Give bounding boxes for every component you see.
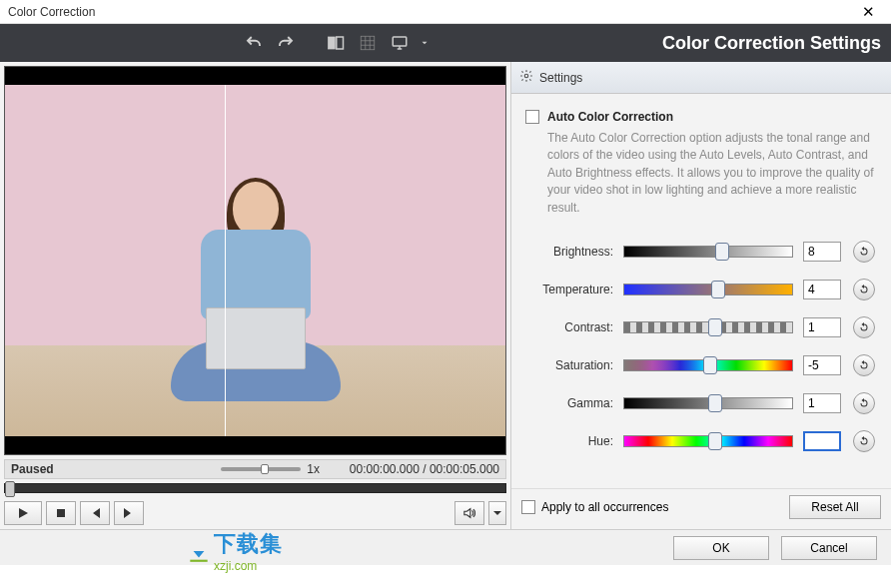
auto-color-correction-label: Auto Color Correction (547, 110, 673, 124)
speed-value: 1x (307, 462, 320, 476)
hue-value[interactable] (803, 431, 841, 451)
contrast-label: Contrast: (525, 320, 613, 334)
preview-statusbar: Paused 1x 00:00:00.000 / 00:00:05.000 (4, 459, 506, 479)
gamma-value[interactable] (803, 393, 841, 413)
brightness-value[interactable] (803, 242, 841, 262)
ok-button[interactable]: OK (673, 536, 769, 560)
redo-button[interactable] (274, 31, 298, 55)
brightness-reset-button[interactable] (853, 241, 875, 263)
volume-dropdown-button[interactable] (488, 501, 506, 525)
dialog-footer: OK Cancel (0, 529, 891, 565)
titlebar: Color Correction ✕ (0, 0, 891, 24)
undo-button[interactable] (242, 31, 266, 55)
temperature-reset-button[interactable] (853, 279, 875, 300)
speed-slider[interactable] (221, 467, 301, 471)
contrast-value[interactable] (803, 317, 841, 337)
playback-status: Paused (11, 462, 91, 476)
svg-rect-1 (337, 37, 344, 49)
next-frame-button[interactable] (114, 501, 144, 525)
settings-header-label: Settings (539, 71, 582, 85)
temperature-label: Temperature: (525, 283, 613, 296)
reset-all-button[interactable]: Reset All (789, 495, 881, 519)
saturation-label: Saturation: (525, 358, 613, 372)
main-toolbar: Color Correction Settings (0, 24, 891, 62)
play-button[interactable] (4, 501, 42, 525)
hue-slider[interactable] (623, 435, 793, 447)
auto-color-correction-description: The Auto Color Correction option adjusts… (547, 130, 877, 217)
video-preview[interactable] (4, 66, 506, 455)
settings-panel: Settings Auto Color Correction The Auto … (510, 62, 891, 529)
svg-rect-4 (57, 509, 65, 517)
svg-point-5 (524, 74, 528, 78)
saturation-reset-button[interactable] (853, 354, 875, 376)
saturation-value[interactable] (803, 355, 841, 375)
close-icon[interactable]: ✕ (853, 3, 883, 21)
gamma-reset-button[interactable] (853, 392, 875, 414)
grid-button[interactable] (356, 31, 380, 55)
window-title: Color Correction (8, 5, 853, 19)
brightness-slider[interactable] (623, 246, 793, 258)
seek-bar[interactable] (4, 483, 506, 493)
time-total: 00:00:05.000 (430, 462, 499, 476)
temperature-slider[interactable] (623, 284, 793, 295)
svg-rect-2 (362, 36, 376, 50)
apply-all-label: Apply to all occurrences (541, 500, 668, 514)
volume-button[interactable] (454, 501, 484, 525)
settings-header: Settings (511, 62, 891, 94)
playback-controls (4, 501, 506, 525)
hue-reset-button[interactable] (853, 430, 875, 452)
chevron-down-icon[interactable] (420, 31, 430, 55)
prev-frame-button[interactable] (80, 501, 110, 525)
temperature-value[interactable] (803, 280, 841, 299)
hue-label: Hue: (525, 434, 613, 448)
stop-button[interactable] (46, 501, 76, 525)
display-dropdown-button[interactable] (388, 31, 412, 55)
saturation-slider[interactable] (623, 359, 793, 371)
time-current: 00:00:00.000 (350, 462, 420, 476)
gear-icon (519, 69, 533, 86)
contrast-slider[interactable] (623, 321, 793, 333)
toolbar-heading: Color Correction Settings (662, 33, 881, 54)
cancel-button[interactable]: Cancel (781, 536, 877, 560)
contrast-reset-button[interactable] (853, 316, 875, 338)
gamma-label: Gamma: (525, 396, 613, 410)
gamma-slider[interactable] (623, 397, 793, 409)
auto-color-correction-checkbox[interactable] (525, 110, 539, 124)
brightness-label: Brightness: (525, 245, 613, 259)
preview-panel: Paused 1x 00:00:00.000 / 00:00:05.000 (0, 62, 510, 529)
svg-rect-0 (329, 37, 336, 49)
svg-rect-3 (394, 37, 408, 46)
split-view-button[interactable] (324, 31, 348, 55)
apply-all-checkbox[interactable] (521, 500, 535, 514)
